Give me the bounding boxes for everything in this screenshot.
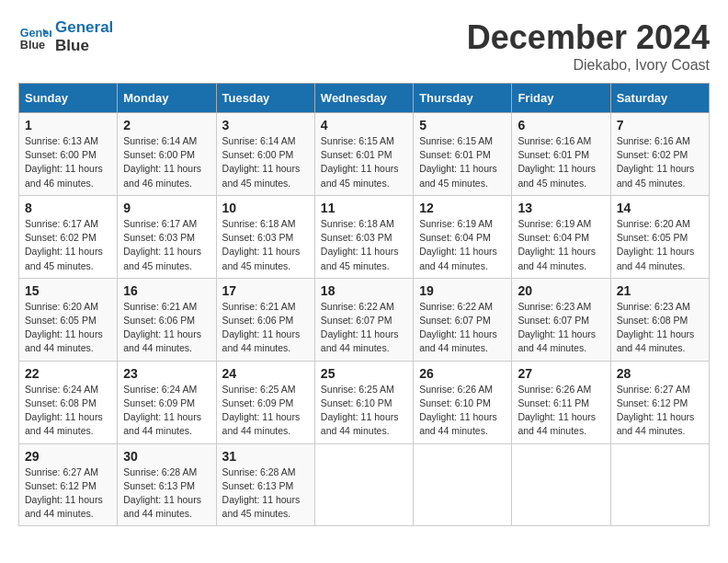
calendar-cell: 5Sunrise: 6:15 AM Sunset: 6:01 PM Daylig… — [414, 113, 512, 196]
calendar-cell: 3Sunrise: 6:14 AM Sunset: 6:00 PM Daylig… — [216, 113, 314, 196]
day-number: 2 — [123, 118, 210, 132]
col-header-sunday: Sunday — [19, 84, 118, 113]
day-info: Sunrise: 6:19 AM Sunset: 6:04 PM Dayligh… — [419, 217, 506, 273]
title-block: December 2024 Diekabo, Ivory Coast — [467, 18, 710, 74]
calendar-cell: 29Sunrise: 6:27 AM Sunset: 6:12 PM Dayli… — [19, 443, 118, 526]
day-info: Sunrise: 6:15 AM Sunset: 6:01 PM Dayligh… — [321, 134, 407, 190]
day-info: Sunrise: 6:22 AM Sunset: 6:07 PM Dayligh… — [321, 300, 407, 356]
col-header-friday: Friday — [512, 84, 610, 113]
col-header-wednesday: Wednesday — [314, 84, 413, 113]
calendar-cell: 12Sunrise: 6:19 AM Sunset: 6:04 PM Dayli… — [414, 195, 512, 278]
calendar-cell: 4Sunrise: 6:15 AM Sunset: 6:01 PM Daylig… — [314, 113, 413, 196]
calendar-cell — [610, 443, 709, 526]
day-number: 14 — [617, 201, 703, 215]
day-number: 3 — [222, 118, 309, 132]
calendar-cell: 9Sunrise: 6:17 AM Sunset: 6:03 PM Daylig… — [118, 195, 216, 278]
day-info: Sunrise: 6:23 AM Sunset: 6:07 PM Dayligh… — [518, 300, 604, 356]
calendar-cell: 7Sunrise: 6:16 AM Sunset: 6:02 PM Daylig… — [610, 113, 709, 196]
calendar-cell: 18Sunrise: 6:22 AM Sunset: 6:07 PM Dayli… — [314, 278, 413, 361]
day-info: Sunrise: 6:19 AM Sunset: 6:04 PM Dayligh… — [518, 217, 604, 273]
day-info: Sunrise: 6:24 AM Sunset: 6:08 PM Dayligh… — [25, 383, 111, 439]
calendar-cell: 6Sunrise: 6:16 AM Sunset: 6:01 PM Daylig… — [512, 113, 610, 196]
day-info: Sunrise: 6:26 AM Sunset: 6:10 PM Dayligh… — [419, 383, 506, 439]
calendar-cell: 31Sunrise: 6:28 AM Sunset: 6:13 PM Dayli… — [216, 443, 314, 526]
calendar-cell: 25Sunrise: 6:25 AM Sunset: 6:10 PM Dayli… — [314, 361, 413, 443]
day-number: 19 — [419, 283, 506, 298]
day-info: Sunrise: 6:18 AM Sunset: 6:03 PM Dayligh… — [222, 217, 309, 273]
calendar-cell: 30Sunrise: 6:28 AM Sunset: 6:13 PM Dayli… — [118, 443, 216, 526]
day-info: Sunrise: 6:20 AM Sunset: 6:05 PM Dayligh… — [25, 300, 111, 356]
calendar-cell: 14Sunrise: 6:20 AM Sunset: 6:05 PM Dayli… — [610, 195, 709, 278]
day-info: Sunrise: 6:13 AM Sunset: 6:00 PM Dayligh… — [25, 134, 111, 190]
day-info: Sunrise: 6:24 AM Sunset: 6:09 PM Dayligh… — [123, 383, 210, 439]
day-number: 10 — [222, 201, 309, 215]
calendar-cell: 10Sunrise: 6:18 AM Sunset: 6:03 PM Dayli… — [216, 195, 314, 278]
day-number: 13 — [518, 201, 604, 215]
calendar-cell: 1Sunrise: 6:13 AM Sunset: 6:00 PM Daylig… — [19, 113, 118, 196]
day-info: Sunrise: 6:20 AM Sunset: 6:05 PM Dayligh… — [617, 217, 703, 273]
calendar-table: SundayMondayTuesdayWednesdayThursdayFrid… — [18, 83, 710, 526]
calendar-cell — [414, 443, 512, 526]
main-title: December 2024 — [467, 18, 710, 57]
day-number: 6 — [518, 118, 604, 132]
day-info: Sunrise: 6:14 AM Sunset: 6:00 PM Dayligh… — [222, 134, 309, 190]
day-number: 30 — [123, 449, 210, 464]
day-number: 25 — [321, 366, 407, 381]
day-number: 7 — [617, 118, 703, 132]
day-info: Sunrise: 6:27 AM Sunset: 6:12 PM Dayligh… — [25, 465, 111, 522]
col-header-saturday: Saturday — [610, 84, 709, 113]
day-info: Sunrise: 6:16 AM Sunset: 6:01 PM Dayligh… — [518, 134, 604, 190]
day-info: Sunrise: 6:18 AM Sunset: 6:03 PM Dayligh… — [321, 217, 407, 273]
calendar-cell: 13Sunrise: 6:19 AM Sunset: 6:04 PM Dayli… — [512, 195, 610, 278]
day-number: 23 — [123, 366, 210, 381]
day-number: 28 — [617, 366, 703, 381]
day-number: 29 — [25, 449, 111, 464]
logo: General Blue General Blue — [18, 18, 113, 56]
calendar-cell: 26Sunrise: 6:26 AM Sunset: 6:10 PM Dayli… — [414, 361, 512, 443]
day-info: Sunrise: 6:28 AM Sunset: 6:13 PM Dayligh… — [222, 465, 309, 522]
day-number: 18 — [321, 283, 407, 298]
day-number: 4 — [321, 118, 407, 132]
calendar-cell: 21Sunrise: 6:23 AM Sunset: 6:08 PM Dayli… — [610, 278, 709, 361]
day-info: Sunrise: 6:21 AM Sunset: 6:06 PM Dayligh… — [123, 300, 210, 356]
day-info: Sunrise: 6:28 AM Sunset: 6:13 PM Dayligh… — [123, 465, 210, 522]
calendar-cell: 20Sunrise: 6:23 AM Sunset: 6:07 PM Dayli… — [512, 278, 610, 361]
calendar-week-row: 8Sunrise: 6:17 AM Sunset: 6:02 PM Daylig… — [19, 195, 710, 278]
day-number: 21 — [617, 283, 703, 298]
day-info: Sunrise: 6:23 AM Sunset: 6:08 PM Dayligh… — [617, 300, 703, 356]
calendar-cell: 19Sunrise: 6:22 AM Sunset: 6:07 PM Dayli… — [414, 278, 512, 361]
calendar-cell — [512, 443, 610, 526]
day-info: Sunrise: 6:27 AM Sunset: 6:12 PM Dayligh… — [617, 383, 703, 439]
day-info: Sunrise: 6:25 AM Sunset: 6:10 PM Dayligh… — [321, 383, 407, 439]
day-number: 31 — [222, 449, 309, 464]
day-number: 5 — [419, 118, 506, 132]
calendar-cell: 11Sunrise: 6:18 AM Sunset: 6:03 PM Dayli… — [314, 195, 413, 278]
logo-general: General — [55, 18, 113, 37]
page-header: General Blue General Blue December 2024 … — [18, 18, 710, 74]
calendar-cell: 16Sunrise: 6:21 AM Sunset: 6:06 PM Dayli… — [118, 278, 216, 361]
logo-icon: General Blue — [18, 20, 51, 53]
calendar-week-row: 29Sunrise: 6:27 AM Sunset: 6:12 PM Dayli… — [19, 443, 710, 526]
day-number: 22 — [25, 366, 111, 381]
day-number: 11 — [321, 201, 407, 215]
day-info: Sunrise: 6:17 AM Sunset: 6:02 PM Dayligh… — [25, 217, 111, 273]
day-number: 9 — [123, 201, 210, 215]
day-number: 20 — [518, 283, 604, 298]
calendar-cell: 2Sunrise: 6:14 AM Sunset: 6:00 PM Daylig… — [118, 113, 216, 196]
calendar-cell: 15Sunrise: 6:20 AM Sunset: 6:05 PM Dayli… — [19, 278, 118, 361]
day-info: Sunrise: 6:16 AM Sunset: 6:02 PM Dayligh… — [617, 134, 703, 190]
subtitle: Diekabo, Ivory Coast — [467, 57, 710, 74]
calendar-cell — [314, 443, 413, 526]
calendar-cell: 17Sunrise: 6:21 AM Sunset: 6:06 PM Dayli… — [216, 278, 314, 361]
calendar-cell: 27Sunrise: 6:26 AM Sunset: 6:11 PM Dayli… — [512, 361, 610, 443]
day-number: 17 — [222, 283, 309, 298]
calendar-week-row: 15Sunrise: 6:20 AM Sunset: 6:05 PM Dayli… — [19, 278, 710, 361]
day-info: Sunrise: 6:14 AM Sunset: 6:00 PM Dayligh… — [123, 134, 210, 190]
day-number: 1 — [25, 118, 111, 132]
day-info: Sunrise: 6:21 AM Sunset: 6:06 PM Dayligh… — [222, 300, 309, 356]
day-info: Sunrise: 6:15 AM Sunset: 6:01 PM Dayligh… — [419, 134, 506, 190]
calendar-cell: 23Sunrise: 6:24 AM Sunset: 6:09 PM Dayli… — [118, 361, 216, 443]
col-header-tuesday: Tuesday — [216, 84, 314, 113]
day-number: 8 — [25, 201, 111, 215]
day-number: 15 — [25, 283, 111, 298]
